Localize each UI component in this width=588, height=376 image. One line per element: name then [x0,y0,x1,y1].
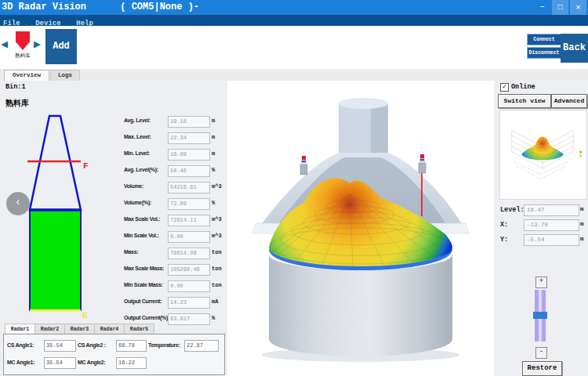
zoom-slider-thumb[interactable] [533,312,547,319]
metric-row: Mass: 78614.09 ton [122,248,227,259]
metric-row: Min Scale Vol.: 0.00 m^3 [122,231,227,243]
tab-radar4[interactable]: Radar4 [94,324,125,334]
position-row: X: -13.70 m [494,219,588,231]
mc-angle1-field[interactable]: 35.54 [44,357,76,369]
metric-row: Volume(%): 72.09 % [122,198,227,210]
metric-row: Min. Level: 16.09 m [122,149,227,161]
back-button[interactable]: Back [561,34,588,63]
metric-unit: m [212,134,215,140]
bin-marker-label: 熟料库 [5,52,41,60]
restore-button[interactable]: Restore [522,361,562,376]
right-panel: ✓ Online Switch view Advanced [494,81,588,376]
position-row: Level: 18.47 m [494,204,588,216]
metric-label: Output Current(%): [124,315,169,320]
position-row: Y: -5.54 m [494,234,588,246]
metric-unit: ton [212,266,222,272]
online-checkbox[interactable]: ✓ [500,83,509,92]
app-window: 3D Radar Vision ( COM5|None )- − □ ✕ Fil… [0,0,588,376]
advanced-button[interactable]: Advanced [551,94,587,108]
metric-value-field: 0.00 [168,280,210,292]
level-field: 18.47 [524,204,579,216]
disconnect-button[interactable]: Disconnect [527,47,561,59]
bin-id-label: Bin:1 [5,83,26,91]
metric-row: Output Current: 14.23 mA [122,297,227,309]
metric-value-field: 0.00 [168,231,210,243]
tab-strip: Overview Logs [0,69,588,81]
metric-value-field: 72.09 [168,198,210,210]
close-button[interactable]: ✕ [570,0,586,15]
silo-3d-view[interactable] [227,81,494,376]
radar-detail-panel: CS Angle1: 35.54 CS Angle2 : 68.78 Tempe… [3,334,225,375]
x-unit: m [580,221,584,227]
metric-row: Max. Level: 22.34 m [122,132,227,144]
metric-label: Volume(%): [124,200,151,205]
tab-radar1[interactable]: Radar1 [5,324,35,334]
metric-label: Max. Level: [124,134,151,139]
menu-bar: File Device Help [0,15,588,26]
window-controls: − □ ✕ [534,0,586,15]
x-label: X: [500,221,508,229]
metric-unit: ton [212,249,222,255]
level-unit: m [580,206,584,212]
y-unit: m [580,236,584,242]
chevron-left-icon: ‹ [14,196,21,209]
metric-value-field: 22.34 [168,132,210,144]
temperature-field[interactable]: 22.87 [184,340,219,352]
add-button[interactable]: Add [45,29,77,64]
metric-unit: m^3 [212,183,222,190]
level-label: Level: [500,206,524,214]
cs-angle1-field[interactable]: 35.54 [44,340,76,352]
switch-view-button[interactable]: Switch view [498,94,551,108]
silo-3d-render [227,81,494,376]
tab-logs[interactable]: Logs [50,70,80,81]
empty-level-letter: E [82,311,88,320]
minimize-button[interactable]: − [534,0,550,15]
tab-radar3[interactable]: Radar3 [64,324,95,334]
metric-row: Min Scale Mass: 0.00 ton [122,280,227,292]
metric-value-field: 54216.61 [168,182,210,193]
metric-value-field: 63.917 [168,313,210,325]
metric-unit: ton [212,282,222,288]
cs-angle1-label: CS Angle1: [7,342,34,348]
main-area: Bin:1 熟料库 F E ‹ Avg. Level: 19.18 m Max.… [0,81,588,376]
metric-label: Min Scale Mass: [124,282,163,287]
metric-value-field: 16.09 [168,149,210,161]
bin-marker-icon[interactable] [16,31,30,50]
metric-row: Max Scale Vol.: 72614.11 m^3 [122,215,227,226]
mc-angle2-field[interactable]: 16.22 [116,357,147,369]
metric-label: Min. Level: [124,150,150,156]
prev-bin-arrow-icon[interactable]: ◀ [1,37,8,52]
metric-label: Output Current: [124,298,162,304]
zoom-in-button[interactable]: + [535,277,547,288]
tab-radar2[interactable]: Radar2 [34,324,65,334]
silo-level-diagram: F E [12,112,114,320]
collapse-panel-button[interactable]: ‹ [6,192,30,215]
metric-label: Min Scale Vol.: [124,233,158,238]
next-bin-arrow-icon[interactable]: ▶ [34,37,41,52]
metric-row: Volume: 54216.61 m^3 [122,182,227,193]
cs-angle2-label: CS Angle2 : [78,342,106,348]
mc-angle1-label: MC Angle1: [7,360,34,365]
mc-angle2-label: MC Angle2: [78,360,105,365]
metric-value-field: 78614.09 [168,248,210,259]
metric-label: Mass: [124,249,138,255]
metric-unit: % [212,200,215,206]
tab-overview[interactable]: Overview [4,70,49,81]
window-title: 3D Radar Vision ( COM5|None )- [2,2,199,13]
connect-button[interactable]: Connect [527,34,561,45]
metric-label: Max Scale Vol.: [124,216,160,222]
metric-value-field: 14.23 [168,297,210,309]
tab-radar5[interactable]: Radar5 [124,324,154,334]
surface-preview[interactable] [499,110,587,200]
maximize-button[interactable]: □ [552,0,568,15]
metric-label: Avg. Level: [124,118,151,123]
zoom-out-button[interactable]: - [535,347,547,359]
metric-unit: % [212,315,215,321]
metric-value-field: 50.46 [168,165,210,177]
metric-unit: m^3 [212,216,222,222]
metric-row: Avg. Level: 19.18 m [122,116,227,128]
temperature-label: Temperature: [148,342,180,348]
radar-sensor-left [300,156,307,175]
cs-angle2-field[interactable]: 68.78 [116,340,147,352]
preview-mound [521,136,563,160]
